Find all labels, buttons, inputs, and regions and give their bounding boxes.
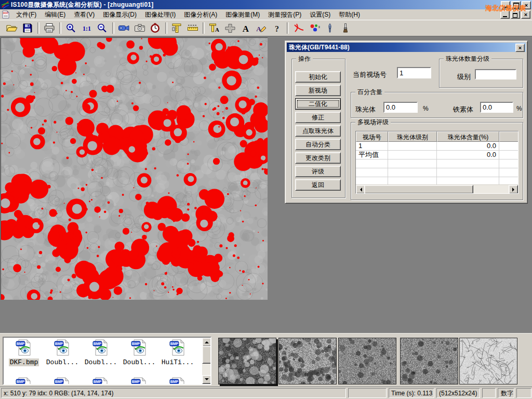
menu-item-4[interactable]: 图像显示(D)	[99, 9, 141, 20]
file-item[interactable]: BMPDKF.bmp	[5, 339, 43, 366]
file-item[interactable]: BMPDoubl...	[120, 339, 158, 366]
menu-item-10[interactable]: 帮助(H)	[335, 9, 364, 20]
thumbnail-4[interactable]	[400, 338, 458, 384]
svg-text:BMP: BMP	[17, 380, 25, 383]
thumbnail-5[interactable]	[459, 338, 517, 384]
pen-button[interactable]	[323, 21, 337, 35]
video-camera-button[interactable]	[117, 21, 131, 35]
table-horizontal-scrollbar[interactable]	[356, 184, 518, 193]
file-browser-panel: BMPDKF.bmpBMPDoubl...BMPDoubl...BMPDoubl…	[0, 333, 532, 387]
file-item[interactable]: BMPDoubl...	[82, 339, 120, 366]
dialog-title-bar[interactable]: 珠光体(GB/T9441-88) ×	[287, 43, 526, 52]
file-item[interactable]: BMPDoubl...	[43, 339, 82, 366]
document-icon[interactable]: DOC	[2, 10, 10, 19]
open-button[interactable]	[5, 21, 19, 35]
maximize-button[interactable]	[511, 1, 521, 9]
dialog-close-button[interactable]: ×	[515, 44, 525, 52]
menu-item-9[interactable]: 设置(S)	[305, 9, 335, 20]
current-field-input[interactable]	[397, 67, 431, 78]
table-row[interactable]: 10.0	[356, 142, 518, 151]
annotate-button[interactable]: A	[254, 21, 269, 35]
bmp-file-icon: BMP	[54, 339, 71, 357]
table-header-4[interactable]: 铁素体	[499, 131, 518, 142]
mdi-close-button[interactable]: ×	[521, 10, 530, 19]
menu-item-5[interactable]: 图像处理(I)	[141, 9, 180, 20]
timer-icon	[149, 23, 162, 33]
measure-text-button[interactable]: A	[207, 21, 222, 35]
ruler-button[interactable]	[185, 21, 200, 35]
svg-text:A: A	[215, 26, 219, 33]
menu-item-2[interactable]: 编辑(E)	[41, 9, 70, 20]
op-button-4[interactable]: 修正	[295, 112, 341, 123]
op-button-3[interactable]: 二值化	[295, 98, 341, 110]
op-button-5[interactable]: 点取珠光体	[295, 125, 341, 137]
down-arrow-icon	[205, 378, 209, 382]
micrograph-image[interactable]	[1, 37, 268, 300]
pattern-cross-button[interactable]	[223, 21, 237, 35]
menu-item-8[interactable]: 测量报告(P)	[264, 9, 305, 20]
menu-item-7[interactable]: 图像测量(M)	[221, 9, 264, 20]
toolbar: 1:1AAA?3	[0, 20, 532, 36]
file-item[interactable]: BMP	[43, 377, 82, 385]
scroll-right-button[interactable]	[509, 185, 518, 194]
multifield-table[interactable]: 视场号珠光体级别珠光体含量(%)铁素体 10.0平均值0.0	[355, 131, 518, 194]
table-header-3[interactable]: 珠光体含量(%)	[437, 131, 499, 142]
table-row[interactable]: 平均值0.0	[356, 151, 518, 159]
zoom-out-button[interactable]	[95, 21, 110, 35]
svg-text:1:1: 1:1	[83, 25, 91, 32]
op-button-8[interactable]: 评级	[295, 166, 341, 177]
bmp-file-icon: BMP	[130, 377, 148, 385]
file-item[interactable]: BMPHuiTi...	[158, 339, 197, 366]
table-header-2[interactable]: 珠光体级别	[388, 131, 437, 142]
scrollbar-thumb[interactable]	[202, 346, 211, 364]
title-bar[interactable]: IS100显微摄像系统(金相分析版) - [zhuguangti01] ×	[0, 0, 532, 9]
grading-group-label: 珠光体数量分级	[444, 55, 491, 62]
menu-item-6[interactable]: 图像分析(A)	[180, 9, 221, 20]
thumbnail-2[interactable]	[278, 338, 337, 384]
save-button[interactable]	[20, 21, 35, 35]
op-button-2[interactable]: 新视场	[295, 85, 341, 96]
op-button-1[interactable]: 初始化	[295, 71, 341, 83]
curve-button[interactable]	[291, 21, 306, 35]
timer-button[interactable]	[148, 21, 163, 35]
print-icon	[43, 23, 56, 33]
thumbnail-3[interactable]	[338, 338, 396, 384]
table-header-1[interactable]: 视场号	[356, 131, 388, 142]
mdi-restore-button[interactable]	[511, 10, 520, 19]
text-button[interactable]: A	[238, 21, 253, 35]
file-item[interactable]: BMP	[5, 377, 43, 385]
pearlite-percent-input[interactable]	[383, 102, 418, 113]
status-empty-1	[348, 388, 387, 398]
file-item[interactable]: BMP	[120, 377, 158, 385]
menu-item-3[interactable]: 查看(V)	[70, 9, 99, 20]
scrollbar-thumb[interactable]	[364, 185, 473, 194]
scroll-down-button[interactable]	[202, 375, 211, 384]
thumbnail-1[interactable]	[218, 338, 276, 384]
scroll-up-button[interactable]	[202, 338, 211, 347]
zoom-in-icon	[65, 23, 77, 33]
mdi-minimize-button[interactable]	[500, 10, 510, 19]
ferrite-percent-input[interactable]	[480, 102, 513, 113]
op-button-6[interactable]: 自动分类	[295, 139, 341, 150]
menu-item-1[interactable]: 文件(F)	[12, 9, 41, 20]
op-button-9[interactable]: 返回	[295, 179, 341, 191]
file-item[interactable]: BMP	[158, 377, 197, 385]
close-button[interactable]: ×	[522, 1, 531, 9]
percent-group: 百分含量 珠光体 % 铁素体 %	[351, 92, 523, 118]
file-list[interactable]: BMPDKF.bmpBMPDoubl...BMPDoubl...BMPDoubl…	[3, 337, 211, 385]
caliper-button[interactable]	[170, 21, 184, 35]
zoom-in-button[interactable]	[64, 21, 78, 35]
camera-button[interactable]	[132, 21, 147, 35]
actual-size-button[interactable]: 1:1	[79, 21, 94, 35]
file-list-scrollbar[interactable]	[202, 338, 210, 384]
toolbar-separator	[203, 22, 205, 34]
particles-button[interactable]: 3	[307, 21, 322, 35]
op-button-7[interactable]: 更改类别	[295, 152, 341, 164]
minimize-button[interactable]	[501, 1, 510, 9]
brush-button[interactable]	[338, 21, 353, 35]
help-button[interactable]: ?	[270, 21, 284, 35]
file-item[interactable]: BMP	[82, 377, 120, 385]
table-cell: 0.0	[437, 151, 499, 159]
print-button[interactable]	[42, 21, 57, 35]
grade-input[interactable]	[475, 69, 516, 79]
